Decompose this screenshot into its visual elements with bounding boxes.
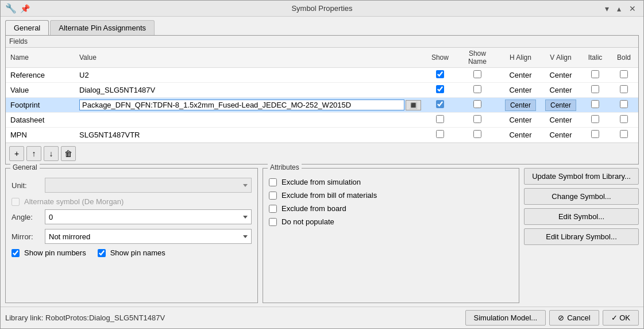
app-icon: 🔧 (5, 3, 17, 14)
attr-row-excludeBOM: Exclude from bill of materials (269, 191, 513, 200)
unit-select[interactable] (45, 178, 252, 193)
footprint-input[interactable] (79, 100, 404, 110)
show-pin-names-label: Show pin names (110, 248, 165, 257)
attr-checkbox-doNotPopulate[interactable] (269, 218, 277, 226)
field-bold-2[interactable] (610, 98, 638, 113)
bold-checkbox-4[interactable] (620, 130, 628, 138)
field-show-0[interactable] (426, 68, 454, 83)
showname-checkbox-3[interactable] (473, 115, 481, 123)
italic-checkbox-0[interactable] (591, 70, 599, 78)
field-show-3[interactable] (426, 113, 454, 128)
fields-section: Fields Name Value Show Show Name H Align… (5, 35, 639, 164)
main-content: General Alternate Pin Assignments Fields… (1, 17, 643, 307)
field-bold-3[interactable] (610, 113, 638, 128)
mirror-label: Mirror: (11, 232, 40, 241)
field-showname-0[interactable] (454, 68, 500, 83)
field-bold-4[interactable] (610, 128, 638, 143)
field-show-2[interactable] (426, 98, 454, 113)
move-up-button[interactable]: ↑ (26, 146, 41, 161)
attr-checkbox-excludeBOM[interactable] (269, 192, 277, 200)
field-halign-3: Center (500, 113, 541, 128)
attr-checkbox-excludeSimulation[interactable] (269, 178, 277, 186)
cancel-label: Cancel (567, 313, 590, 322)
field-show-4[interactable] (426, 128, 454, 143)
tab-general[interactable]: General (5, 20, 49, 35)
valign-btn-2[interactable]: Center (545, 100, 576, 111)
simulation-model-button[interactable]: Simulation Model... (465, 310, 546, 326)
field-value-2[interactable]: 🔳 (75, 98, 426, 113)
show-checkbox-1[interactable] (436, 85, 444, 93)
bold-checkbox-3[interactable] (620, 115, 628, 123)
cancel-button[interactable]: ⊘ Cancel (549, 310, 599, 326)
general-group-label: General (10, 163, 40, 171)
field-show-1[interactable] (426, 83, 454, 98)
halign-btn-2[interactable]: Center (505, 100, 536, 111)
library-link-value: RobotProtos:Dialog_SLG5NT1487V (45, 313, 165, 322)
italic-checkbox-1[interactable] (591, 85, 599, 93)
attr-row-excludeBoard: Exclude from board (269, 204, 513, 213)
alternate-morgan-checkbox[interactable] (11, 198, 20, 206)
minimize-button[interactable]: ▾ (602, 3, 612, 14)
bold-checkbox-0[interactable] (620, 70, 628, 78)
field-name-2: Footprint (6, 98, 75, 113)
show-checkbox-2[interactable] (436, 100, 444, 108)
field-valign-1: Center (541, 83, 581, 98)
show-checkbox-3[interactable] (436, 115, 444, 123)
field-value-4: SLG5NT1487VTR (75, 128, 426, 143)
italic-checkbox-3[interactable] (591, 115, 599, 123)
footprint-browse-button[interactable]: 🔳 (406, 100, 421, 110)
mirror-select[interactable]: Not mirrored Mirror X Mirror Y (45, 229, 252, 244)
field-italic-0[interactable] (581, 68, 610, 83)
close-button[interactable]: ✕ (626, 3, 639, 14)
angle-select[interactable]: 0 (45, 209, 252, 224)
add-field-button[interactable]: + (9, 146, 24, 161)
tab-bar: General Alternate Pin Assignments (5, 20, 639, 35)
field-showname-2[interactable] (454, 98, 500, 113)
update-symbol-button[interactable]: Update Symbol from Library... (524, 168, 639, 185)
field-halign-4: Center (500, 128, 541, 143)
showname-checkbox-4[interactable] (473, 130, 481, 138)
move-down-button[interactable]: ↓ (44, 146, 59, 161)
field-halign-2: Center (500, 98, 541, 113)
bold-checkbox-1[interactable] (620, 85, 628, 93)
field-italic-3[interactable] (581, 113, 610, 128)
col-header-name: Name (6, 48, 75, 68)
change-symbol-button[interactable]: Change Symbol... (524, 188, 639, 205)
col-header-bold: Bold (610, 48, 638, 68)
italic-checkbox-4[interactable] (591, 130, 599, 138)
showname-checkbox-0[interactable] (473, 70, 481, 78)
attr-label-excludeSimulation: Exclude from simulation (281, 178, 361, 186)
delete-field-button[interactable]: 🗑 (61, 146, 76, 161)
field-bold-0[interactable] (610, 68, 638, 83)
showname-checkbox-1[interactable] (473, 85, 481, 93)
col-header-valign: V Align (541, 48, 581, 68)
field-value-1: Dialog_SLG5NT1487V (75, 83, 426, 98)
attr-checkbox-excludeBoard[interactable] (269, 205, 277, 213)
showname-checkbox-2[interactable] (473, 100, 481, 108)
show-checkbox-0[interactable] (436, 70, 444, 78)
field-italic-4[interactable] (581, 128, 610, 143)
mirror-row: Mirror: Not mirrored Mirror X Mirror Y (11, 229, 252, 244)
show-pin-numbers-checkbox[interactable] (11, 249, 20, 257)
unit-label: Unit: (11, 181, 40, 190)
general-group: General Unit: Alternate symbol (De Morga… (5, 168, 258, 303)
edit-symbol-button[interactable]: Edit Symbol... (524, 208, 639, 225)
fields-table: Name Value Show Show Name H Align V Alig… (6, 48, 638, 143)
field-italic-2[interactable] (581, 98, 610, 113)
show-checkbox-4[interactable] (436, 130, 444, 138)
edit-library-symbol-button[interactable]: Edit Library Symbol... (524, 228, 639, 245)
field-showname-1[interactable] (454, 83, 500, 98)
field-italic-1[interactable] (581, 83, 610, 98)
attr-label-excludeBoard: Exclude from board (281, 204, 346, 213)
show-pin-names-checkbox[interactable] (98, 249, 106, 257)
maximize-button[interactable]: ▴ (614, 3, 624, 14)
italic-checkbox-2[interactable] (591, 100, 599, 108)
tab-alternate-pin[interactable]: Alternate Pin Assignments (50, 20, 155, 35)
field-showname-3[interactable] (454, 113, 500, 128)
field-bold-1[interactable] (610, 83, 638, 98)
ok-button[interactable]: ✓ OK (603, 310, 639, 326)
bold-checkbox-2[interactable] (620, 100, 628, 108)
alternate-morgan-row: Alternate symbol (De Morgan) (11, 197, 252, 206)
field-showname-4[interactable] (454, 128, 500, 143)
col-header-italic: Italic (581, 48, 610, 68)
